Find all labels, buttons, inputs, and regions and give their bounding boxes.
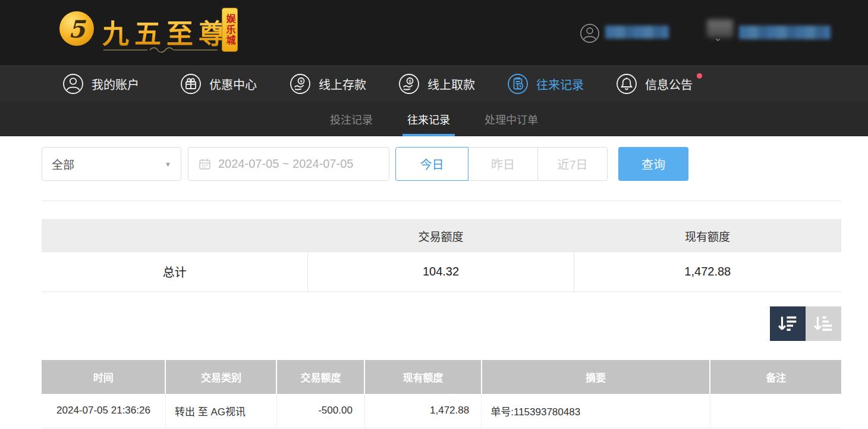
svg-text:¥: ¥	[300, 79, 303, 84]
calendar-icon	[199, 158, 211, 170]
svg-text:$: $	[408, 79, 411, 84]
records-header-trade: 交易额度	[276, 360, 364, 394]
tab-label: 投注记录	[330, 111, 373, 127]
dropdown-arrow-icon: ▼	[165, 161, 171, 168]
query-button[interactable]: 查询	[618, 147, 688, 181]
date-range-value: 2024-07-05 ~ 2024-07-05	[218, 157, 353, 171]
summary-total-row: 总计 104.32 1,472.88	[42, 252, 841, 292]
today-button[interactable]: 今日	[395, 147, 468, 181]
nav-label: 信息公告	[645, 76, 693, 93]
records-header-type: 交易类别	[165, 360, 276, 394]
summary-header-balance: 现有额度	[574, 219, 841, 252]
blurred-balance	[739, 26, 831, 39]
brand-logo-icon[interactable]: 5	[59, 11, 94, 46]
cell-type: 转出 至 AG视讯	[165, 394, 276, 428]
brand-badge: 娱乐城	[222, 8, 238, 52]
nav-label: 优惠中心	[209, 76, 257, 93]
summary-header-row: 交易额度 现有额度	[42, 219, 841, 252]
nav-label: 线上存款	[319, 76, 366, 93]
brand-name: 九五至尊	[102, 12, 231, 51]
cell-time: 2024-07-05 21:36:26	[42, 394, 165, 428]
summary-header-trade: 交易额度	[308, 219, 574, 252]
nav-item-promotions[interactable]: 优惠中心	[180, 66, 257, 102]
brand-logo-glyph: 5	[68, 15, 85, 43]
tab-processing-orders[interactable]: 处理中订单	[480, 101, 543, 136]
records-header-balance: 现有额度	[364, 360, 481, 394]
user-icon	[62, 73, 84, 95]
gift-icon	[180, 73, 202, 95]
sort-buttons	[770, 306, 841, 341]
yesterday-button[interactable]: 昨日	[468, 147, 538, 181]
records-table: 时间 交易类别 交易额度 现有额度 摘要 备注 2024-07-05 21:36…	[42, 360, 841, 428]
chevron-down-icon[interactable]: ⌄	[713, 31, 722, 44]
records-header-time: 时间	[42, 360, 165, 394]
nav-item-my-account[interactable]: 我的账户	[62, 66, 139, 102]
divider	[42, 201, 841, 201]
records-header-remark: 备注	[710, 360, 841, 394]
deposit-icon: ¥	[290, 73, 311, 95]
records-header-row: 时间 交易类别 交易额度 现有额度 摘要 备注	[42, 360, 841, 394]
nav-item-announcements[interactable]: 信息公告	[616, 66, 693, 102]
sub-tab-bar: 投注记录 往来记录 处理中订单	[0, 101, 868, 136]
page: 5 九五至尊 娱乐城 ⌄ 我的账户	[0, 0, 868, 429]
type-select-value: 全部	[52, 156, 74, 172]
tab-betting-records[interactable]: 投注记录	[325, 101, 378, 136]
sort-ascending-button[interactable]	[806, 306, 841, 341]
sort-descending-button[interactable]	[770, 306, 806, 341]
nav-label: 往来记录	[536, 76, 584, 93]
user-avatar-icon[interactable]	[580, 23, 600, 43]
sort-ascending-icon	[813, 315, 834, 333]
nav-item-withdraw[interactable]: $ 线上取款	[398, 66, 475, 102]
date-range-input[interactable]: 2024-07-05 ~ 2024-07-05	[188, 147, 389, 181]
cell-remark	[710, 394, 841, 428]
main-nav: 我的账户 优惠中心 ¥ 线上存款	[0, 65, 868, 101]
tab-label: 处理中订单	[485, 111, 538, 127]
type-select[interactable]: 全部 ▼	[42, 147, 181, 181]
summary-total-balance: 1,472.88	[574, 252, 841, 292]
tab-transaction-records[interactable]: 往来记录	[402, 101, 455, 136]
tab-label: 往来记录	[407, 111, 450, 127]
nav-label: 我的账户	[92, 76, 139, 93]
cell-balance: 1,472.88	[364, 394, 481, 428]
summary-total-trade: 104.32	[308, 252, 574, 292]
summary-table: 交易额度 现有额度 总计 104.32 1,472.88	[42, 219, 841, 292]
cell-trade-amount: -500.00	[276, 394, 364, 428]
quick-range-group: 今日 昨日 近7日	[395, 147, 608, 181]
nav-label: 线上取款	[427, 76, 475, 93]
sort-descending-icon	[777, 315, 798, 333]
top-header: 5 九五至尊 娱乐城 ⌄	[0, 0, 868, 65]
notification-dot	[697, 73, 702, 79]
nav-item-deposit[interactable]: ¥ 线上存款	[290, 66, 366, 102]
cell-summary: 单号:115393780483	[482, 394, 710, 428]
blurred-username	[605, 26, 669, 39]
flourish-ornament-icon	[102, 46, 219, 54]
last7days-button[interactable]: 近7日	[537, 147, 608, 181]
summary-total-label: 总计	[42, 252, 308, 292]
table-row: 2024-07-05 21:36:26 转出 至 AG视讯 -500.00 1,…	[42, 394, 841, 428]
records-header-summary: 摘要	[482, 360, 710, 394]
withdraw-icon: $	[398, 73, 420, 95]
bell-icon	[616, 73, 637, 95]
records-icon	[507, 73, 529, 95]
summary-header-empty	[42, 219, 308, 252]
nav-item-transaction-records[interactable]: 往来记录	[507, 66, 584, 102]
